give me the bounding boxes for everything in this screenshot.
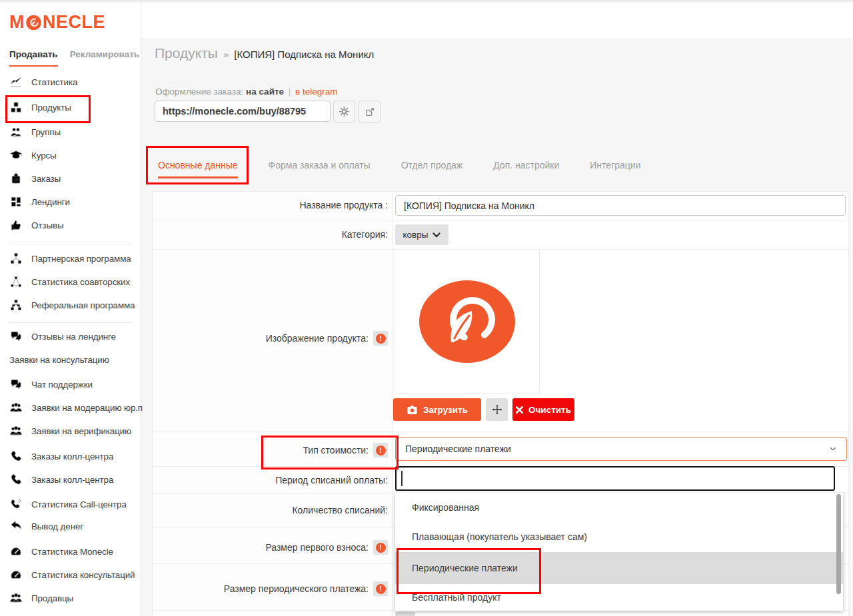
tab-sales-dept[interactable]: Отдел продаж: [401, 160, 463, 178]
gear-icon: [339, 106, 350, 117]
dropdown-option-fixed[interactable]: Фиксированная: [395, 493, 843, 521]
buy-url-value: https://monecle.com/buy/88795: [163, 106, 306, 117]
people-icon: [9, 424, 23, 438]
org-chart-icon: [9, 298, 23, 312]
open-url-button[interactable]: [359, 101, 381, 123]
groups-icon: [9, 125, 23, 139]
chevron-down-icon: [432, 232, 440, 238]
page-top-divider: [0, 0, 853, 2]
chat-icon: [9, 330, 23, 343]
move-icon: [492, 404, 502, 415]
product-image: [417, 278, 518, 365]
tab-main-data[interactable]: Основные данные: [158, 160, 238, 178]
sidebar-item-callcenter-orders-1[interactable]: Заказы колл-центра: [9, 448, 113, 464]
external-link-icon: [365, 107, 375, 117]
layout-icon: [9, 195, 23, 208]
camera-icon: [407, 405, 418, 415]
gauge-icon: [9, 545, 23, 558]
product-name-label: Название продукта :: [152, 198, 388, 212]
gauge-icon: [9, 568, 23, 581]
category-dropdown-button[interactable]: ковры: [395, 224, 448, 245]
tab-sell[interactable]: Продавать: [9, 49, 58, 67]
line-chart-icon: [9, 75, 23, 89]
upload-image-button[interactable]: Загрузить: [393, 398, 481, 421]
logo-text-suffix: NECLE: [43, 12, 105, 33]
info-icon[interactable]: !: [373, 581, 388, 596]
network-icon: [9, 252, 23, 265]
first-payment-label: Размер первого взноса: !: [152, 540, 388, 555]
order-options-divider: |: [289, 87, 291, 97]
order-checkout-line: Оформление заказа: на сайте | в telegram: [155, 87, 338, 97]
info-icon[interactable]: !: [373, 443, 388, 458]
product-name-input[interactable]: [КОПИЯ] Подписка на Моникл: [395, 195, 846, 216]
dropdown-scrollbar[interactable]: [836, 494, 841, 594]
sidebar-item-callcenter-orders-2[interactable]: Заказы колл-центра: [9, 471, 113, 487]
sidebar-item-products[interactable]: Продукты: [9, 99, 71, 115]
text-caret: [401, 471, 403, 486]
order-telegram-option[interactable]: в telegram: [295, 87, 337, 97]
form-row-partial: [152, 610, 849, 616]
sidebar-item-moderation-requests[interactable]: Заявки на модерацию юр.п: [9, 400, 143, 416]
tab-advertise[interactable]: Рекламировать: [70, 49, 140, 67]
monecle-logo[interactable]: M NECLE: [9, 12, 105, 33]
sidebar-item-coauthor-stats[interactable]: Статистика соавторских: [9, 274, 130, 290]
logo-text-prefix: M: [9, 12, 25, 33]
count-label: Количество списаний:: [152, 503, 388, 517]
order-on-site-option[interactable]: на сайте: [246, 87, 284, 97]
dropdown-search-input[interactable]: [395, 466, 835, 491]
sidebar-mode-tabs: Продавать Рекламировать: [9, 49, 139, 67]
price-type-label: Тип стоимости: !: [152, 443, 388, 458]
sidebar-item-reviews[interactable]: Отзывы: [9, 217, 63, 233]
dropdown-option-free[interactable]: Бесплатный продукт: [395, 584, 843, 611]
period-label: Период списаний оплаты:: [152, 473, 388, 487]
sidebar-item-statistics[interactable]: Статистика: [9, 74, 77, 90]
sidebar-item-callcenter-stats[interactable]: Статистика Call-центра: [9, 496, 127, 512]
sidebar-item-support-chat[interactable]: Чат поддержки: [9, 376, 93, 392]
product-image-label: Изображение продукта: !: [152, 331, 388, 346]
buy-url-input[interactable]: https://monecle.com/buy/88795: [155, 101, 331, 122]
chevron-down-icon: [828, 444, 838, 454]
dropdown-option-recurring[interactable]: Периодические платежи: [395, 552, 843, 584]
sidebar-item-consult-requests[interactable]: Заявки на консультацию: [9, 352, 109, 368]
price-type-dropdown: Фиксированная Плавающая (покупатель указ…: [395, 493, 843, 611]
breadcrumb-products-link[interactable]: Продукты: [155, 45, 218, 61]
sidebar-item-landings[interactable]: Лендинги: [9, 194, 70, 210]
sidebar-item-consult-stats[interactable]: Статистика консультаций: [9, 567, 135, 583]
breadcrumb: Продукты » [КОПИЯ] Подписка на Моникл: [155, 45, 374, 61]
reposition-image-button[interactable]: [486, 398, 508, 421]
top-bar: [141, 0, 853, 39]
phone-wave-icon: [9, 497, 23, 511]
tab-order-form[interactable]: Форма заказа и оплаты: [269, 160, 371, 178]
product-image-frame: [395, 249, 540, 394]
phone-icon: [9, 450, 23, 463]
url-settings-button[interactable]: [333, 101, 355, 123]
sidebar-item-landing-reviews[interactable]: Отзывы на лендинге: [9, 328, 116, 344]
sidebar-item-courses[interactable]: Курсы: [9, 147, 57, 163]
info-icon[interactable]: !: [373, 331, 388, 346]
sidebar-item-monecle-stats[interactable]: Статистика Monecle: [9, 543, 113, 559]
price-type-select[interactable]: Периодические платежи: [395, 437, 847, 461]
sidebar-item-groups[interactable]: Группы: [9, 124, 61, 140]
tab-integrations[interactable]: Интеграции: [590, 160, 640, 178]
tab-extra-settings[interactable]: Доп. настройки: [493, 160, 559, 178]
shopping-bag-icon: [9, 172, 23, 185]
cubes-icon: [9, 101, 23, 114]
order-label: Оформление заказа:: [155, 87, 243, 97]
product-tabs: Основные данные Форма заказа и оплаты От…: [158, 160, 640, 178]
monecle-leaf-icon: [25, 14, 42, 31]
thumb-up-icon: [9, 218, 23, 232]
category-label: Категория:: [152, 227, 388, 242]
graduation-cap-icon: [9, 149, 23, 162]
people-icon: [9, 401, 23, 414]
dropdown-option-floating[interactable]: Плавающая (покупатель указывает сам): [395, 521, 843, 552]
recurring-payment-label: Размер периодического платежа: !: [152, 581, 388, 596]
sidebar-item-sellers[interactable]: Продавцы: [9, 590, 73, 606]
sidebar-item-verification-requests[interactable]: Заявки на верификацию: [9, 423, 131, 439]
sidebar-item-withdraw[interactable]: Вывод денег: [9, 518, 83, 534]
sidebar: M NECLE Продавать Рекламировать Статисти…: [0, 0, 141, 616]
sidebar-item-orders[interactable]: Заказы: [9, 170, 61, 186]
sidebar-item-referral-program[interactable]: Реферальная программа: [9, 297, 135, 313]
info-icon[interactable]: !: [373, 540, 388, 555]
sidebar-item-partner-program[interactable]: Партнерская программа: [9, 250, 131, 266]
clear-image-button[interactable]: Очистить: [512, 398, 574, 421]
